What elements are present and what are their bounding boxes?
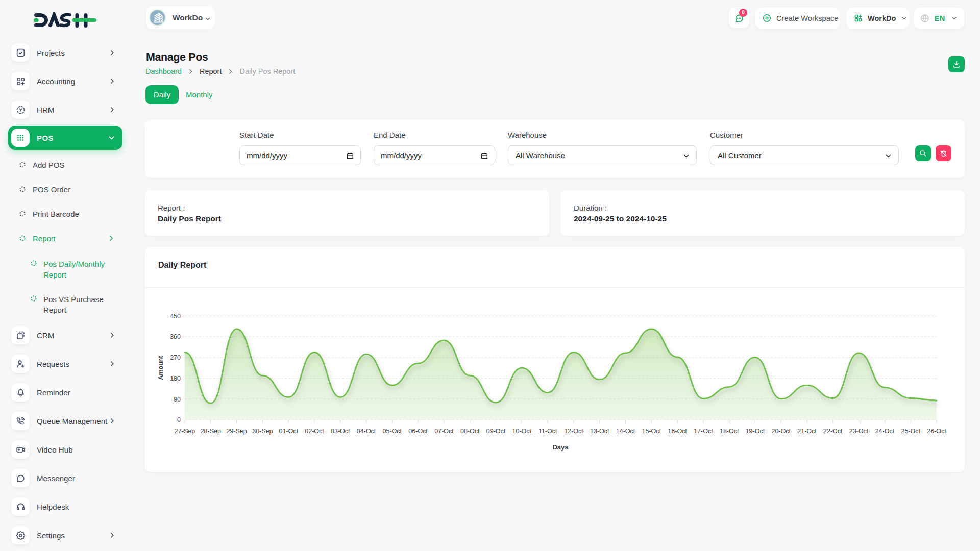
svg-text:11-Oct: 11-Oct	[538, 428, 557, 435]
svg-text:30-Sep: 30-Sep	[252, 428, 273, 435]
svg-text:28-Sep: 28-Sep	[201, 428, 221, 435]
svg-text:01-Oct: 01-Oct	[279, 428, 298, 435]
svg-text:90: 90	[174, 396, 181, 403]
svg-text:20-Oct: 20-Oct	[771, 428, 791, 435]
svg-text:07-Oct: 07-Oct	[434, 428, 454, 435]
svg-text:16-Oct: 16-Oct	[668, 428, 687, 435]
svg-text:12-Oct: 12-Oct	[564, 428, 583, 435]
svg-text:27-Sep: 27-Sep	[175, 428, 195, 435]
svg-text:25-Oct: 25-Oct	[901, 428, 920, 435]
svg-text:09-Oct: 09-Oct	[486, 428, 506, 435]
svg-text:13-Oct: 13-Oct	[590, 428, 609, 435]
svg-text:19-Oct: 19-Oct	[746, 428, 765, 435]
svg-text:23-Oct: 23-Oct	[849, 428, 869, 435]
svg-text:10-Oct: 10-Oct	[512, 428, 532, 435]
svg-text:360: 360	[170, 333, 181, 340]
svg-text:03-Oct: 03-Oct	[331, 428, 350, 435]
svg-text:29-Sep: 29-Sep	[226, 428, 247, 435]
svg-text:06-Oct: 06-Oct	[408, 428, 428, 435]
svg-text:Amount: Amount	[157, 356, 164, 380]
svg-text:24-Oct: 24-Oct	[875, 428, 895, 435]
svg-text:15-Oct: 15-Oct	[642, 428, 662, 435]
svg-text:08-Oct: 08-Oct	[460, 428, 480, 435]
svg-text:450: 450	[170, 313, 181, 320]
svg-text:180: 180	[170, 375, 181, 382]
svg-text:02-Oct: 02-Oct	[305, 428, 324, 435]
svg-text:26-Oct: 26-Oct	[927, 428, 946, 435]
svg-text:21-Oct: 21-Oct	[797, 428, 817, 435]
svg-text:18-Oct: 18-Oct	[720, 428, 739, 435]
svg-text:270: 270	[170, 354, 181, 361]
svg-text:22-Oct: 22-Oct	[823, 428, 843, 435]
svg-text:Days: Days	[552, 443, 568, 451]
svg-text:0: 0	[177, 416, 181, 423]
svg-text:04-Oct: 04-Oct	[357, 428, 376, 435]
svg-text:05-Oct: 05-Oct	[383, 428, 402, 435]
svg-text:14-Oct: 14-Oct	[616, 428, 635, 435]
svg-text:17-Oct: 17-Oct	[694, 428, 713, 435]
